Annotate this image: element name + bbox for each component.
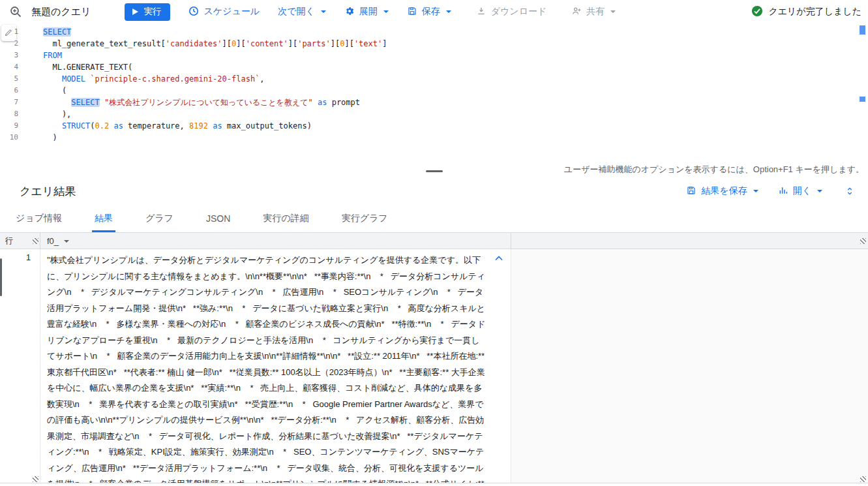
- editor-scrollbar[interactable]: [858, 23, 868, 160]
- row-number-cell: 1: [0, 249, 40, 483]
- line-number: 2: [0, 38, 26, 50]
- result-cell-text: "株式会社プリンシプルは、データ分析とデジタルマーケティングのコンサルティングを…: [47, 252, 486, 483]
- chevron-down-icon: [383, 10, 389, 13]
- save-button[interactable]: 保存: [407, 6, 451, 18]
- query-status: クエリが完了しました: [751, 5, 861, 19]
- code-lines: 1SELECT2 ml_generate_text_result['candid…: [0, 26, 855, 144]
- run-button[interactable]: 実行: [125, 3, 170, 21]
- download-icon: [476, 6, 486, 18]
- status-label: クエリが完了しました: [768, 6, 861, 18]
- tab-execution-graph[interactable]: 実行グラフ: [339, 205, 391, 232]
- results-grid: 行 f0_ 1 "株式会社プリンシプルは、データ分析とデジタルマーケティングのコ…: [0, 232, 868, 483]
- toolbar: 無題のクエリ 実行 スケジュール 次で開く 展開 保存 ダウンロード 共有 クエ…: [0, 0, 868, 23]
- line-number: 4: [0, 61, 26, 73]
- gear-icon: [344, 6, 355, 18]
- search-icon[interactable]: [8, 4, 23, 20]
- code-line[interactable]: 4 ML.GENERATE_TEXT(: [0, 61, 855, 73]
- resize-handle[interactable]: [33, 238, 38, 244]
- code-line[interactable]: 2 ml_generate_text_result['candidates'][…: [0, 38, 855, 50]
- schedule-button[interactable]: スケジュール: [188, 6, 260, 18]
- scrollbar-marker: [860, 97, 865, 102]
- result-cell[interactable]: "株式会社プリンシプルは、データ分析とデジタルマーケティングのコンサルティングを…: [40, 249, 511, 483]
- download-button: ダウンロード: [476, 6, 547, 18]
- download-label: ダウンロード: [491, 6, 547, 18]
- collapse-cell-icon[interactable]: [492, 252, 505, 265]
- resize-handle[interactable]: [860, 238, 866, 244]
- chevron-down-icon: [610, 10, 616, 13]
- scrollbar-marker: [860, 25, 865, 35]
- resize-drag-handle[interactable]: [426, 170, 443, 172]
- code-line[interactable]: 8 ),: [0, 108, 855, 120]
- code-line[interactable]: 3FROM: [0, 50, 855, 61]
- open-in-label: 次で開く: [278, 6, 315, 18]
- code-line[interactable]: 5 MODEL `principle-c.shared.gemini-20-fl…: [0, 73, 855, 85]
- line-number: 5: [0, 73, 26, 85]
- line-number: 7: [0, 97, 26, 108]
- line-number: 6: [0, 85, 26, 97]
- line-number: 3: [0, 50, 26, 61]
- save-label: 保存: [422, 6, 440, 18]
- save-results-button[interactable]: 結果を保存: [686, 185, 758, 198]
- results-tabs: ジョブ情報結果グラフJSON実行の詳細実行グラフ: [0, 205, 868, 232]
- line-number: 10: [0, 132, 26, 144]
- expand-button[interactable]: 展開: [344, 6, 389, 18]
- line-number: 8: [0, 108, 26, 120]
- chevron-down-icon: [321, 10, 326, 13]
- results-title: クエリ結果: [20, 184, 76, 199]
- chevron-down-icon: [446, 10, 451, 13]
- table-row: 1 "株式会社プリンシプルは、データ分析とデジタルマーケティングのコンサルティン…: [0, 249, 868, 483]
- sql-editor[interactable]: 1SELECT2 ml_generate_text_result['candid…: [0, 23, 868, 160]
- line-number: 9: [0, 120, 26, 132]
- results-actions: 結果を保存 開く: [686, 183, 858, 199]
- share-label: 共有: [586, 6, 605, 18]
- accessibility-hint: ユーザー補助機能のオプションを表示するには、Option+F1 キーを押します。: [564, 164, 864, 175]
- query-title: 無題のクエリ: [31, 6, 91, 18]
- open-results-label: 開く: [793, 185, 811, 197]
- tab-job-info[interactable]: ジョブ情報: [13, 205, 65, 232]
- code-line[interactable]: 10 ): [0, 132, 855, 144]
- line-number: 1: [0, 26, 26, 38]
- save-icon: [407, 6, 417, 18]
- vertical-scrollbar-thumb[interactable]: [0, 258, 2, 296]
- tab-chart[interactable]: グラフ: [143, 205, 176, 232]
- grid-header: 行 f0_: [0, 232, 868, 249]
- chart-icon: [778, 185, 788, 198]
- save-results-label: 結果を保存: [701, 185, 747, 197]
- share-button: 共有: [571, 6, 616, 18]
- person-add-icon: [571, 6, 582, 18]
- expand-label: 展開: [359, 6, 378, 18]
- column-header-f0[interactable]: f0_: [40, 233, 511, 249]
- save-results-icon: [686, 185, 696, 198]
- results-header: クエリ結果 結果を保存 開く: [0, 177, 868, 205]
- code-line[interactable]: 9 STRUCT(0.2 as temperature, 8192 as max…: [0, 120, 855, 132]
- column-header-label: f0_: [47, 236, 59, 246]
- resize-handle[interactable]: [860, 476, 866, 482]
- clock-icon: [188, 6, 199, 18]
- grid-header-filler: [511, 233, 868, 249]
- empty-grid-area: [511, 249, 868, 483]
- tab-results[interactable]: 結果: [92, 205, 115, 232]
- resize-handle[interactable]: [33, 476, 38, 482]
- code-line[interactable]: 7 SELECT "株式会社プリンシプルについて知っていることを教えて" as …: [0, 97, 855, 108]
- chevron-down-icon: [753, 190, 758, 192]
- open-in-button[interactable]: 次で開く: [278, 6, 326, 18]
- panel-expander-icon[interactable]: [842, 183, 858, 199]
- open-results-button[interactable]: 開く: [778, 185, 822, 198]
- code-line[interactable]: 1SELECT: [0, 26, 855, 38]
- play-icon: [132, 8, 138, 15]
- column-menu-icon[interactable]: [64, 240, 69, 243]
- run-label: 実行: [143, 6, 161, 18]
- panel-divider: ユーザー補助機能のオプションを表示するには、Option+F1 キーを押します。: [0, 160, 868, 177]
- schedule-label: スケジュール: [203, 6, 260, 18]
- chevron-down-icon: [817, 190, 822, 192]
- tab-json[interactable]: JSON: [203, 205, 233, 232]
- code-line[interactable]: 6 (: [0, 85, 855, 97]
- tab-execution-details[interactable]: 実行の詳細: [260, 205, 311, 232]
- check-circle-icon: [751, 5, 763, 19]
